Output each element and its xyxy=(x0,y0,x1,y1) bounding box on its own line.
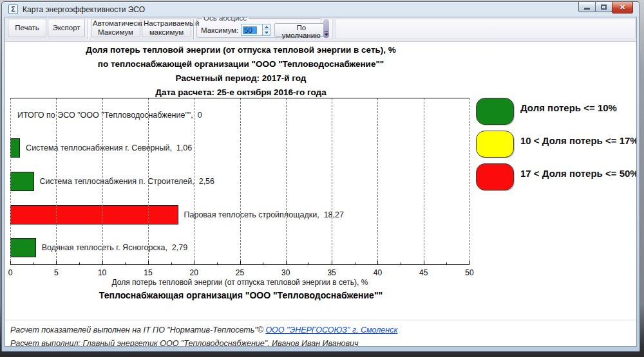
legend-label: 17 < Доля потерь <= 50% xyxy=(520,168,637,179)
footer-company-link[interactable]: ООО "ЭНЕРГОСОЮЗ" г. Смоленск xyxy=(265,325,397,334)
bar-label: Система теплоснабжения г. Северный, 1,06 xyxy=(26,143,192,152)
title-bar[interactable]: Σ Карта энергоэффективности ЭСО xyxy=(5,2,637,17)
tick-label: 15 xyxy=(144,268,152,277)
gridline xyxy=(424,98,424,264)
toolbar: Печать Экспорт АвтоматическийМаксимум На… xyxy=(5,17,636,42)
legend-item: 17 < Доля потерь <= 50% xyxy=(476,163,637,190)
tick-label: 10 xyxy=(98,268,106,277)
toolbar-overflow-button[interactable] xyxy=(323,19,329,38)
default-button[interactable]: По умолчанию xyxy=(274,23,328,37)
tick-mark xyxy=(102,261,103,264)
tick-mark xyxy=(469,261,470,264)
auto-maximum-label-line1: Автоматический xyxy=(93,19,149,27)
tick-label: 5 xyxy=(54,268,59,277)
gridline xyxy=(332,98,332,264)
gridline xyxy=(102,98,103,264)
auto-maximum-label-line2: Максимум xyxy=(98,28,133,36)
minor-tick-mark xyxy=(401,262,401,264)
abscissa-axis-group: Ось абсцисс Максимум: 50 По умолчанию xyxy=(196,18,321,38)
plot-area: ИТОГО по ЭСО "ООО "Тепловодоснабжение"",… xyxy=(10,98,469,265)
minor-tick-mark xyxy=(125,262,126,264)
gridline xyxy=(148,98,149,264)
custom-maximum-label-line1: Настраиваемый xyxy=(144,19,199,27)
tick-label: 20 xyxy=(190,268,198,277)
abscissa-axis-group-title: Ось абсцисс xyxy=(202,17,249,22)
tick-mark xyxy=(377,261,378,264)
bar xyxy=(10,172,34,191)
window-title: Карта энергоэффективности ЭСО xyxy=(23,5,145,14)
gridline xyxy=(194,98,194,264)
close-icon: ✕ xyxy=(620,3,625,12)
legend-label: Доля потерь <= 10% xyxy=(520,102,617,113)
app-window: Σ Карта энергоэффективности ЭСО ✕ Печать… xyxy=(1,1,640,352)
toolbar-separator xyxy=(193,19,194,39)
client-area: Печать Экспорт АвтоматическийМаксимум На… xyxy=(5,17,637,347)
tick-mark xyxy=(424,261,424,264)
chart-title-block: Доля потерь тепловой энергии (от отпуска… xyxy=(5,43,477,100)
spinner-down-button[interactable] xyxy=(263,30,270,35)
maximum-label: Максимум: xyxy=(201,26,238,34)
tick-mark xyxy=(10,261,11,264)
gridline xyxy=(286,98,287,264)
footer-line1: Расчет показателей выполнен на IT ПО "Но… xyxy=(10,324,631,337)
legend-label: 10 < Доля потерь <= 17% xyxy=(520,135,637,146)
footer-line1-text: Расчет показателей выполнен на IT ПО "Но… xyxy=(10,325,265,334)
tick-label: 45 xyxy=(419,268,428,277)
minor-tick-mark xyxy=(308,262,309,264)
x-axis-label: Доля потерь тепловой энергии (от отпуска… xyxy=(10,278,469,287)
legend-item: 10 < Доля потерь <= 17% xyxy=(476,131,637,158)
minor-tick-mark xyxy=(217,262,218,264)
maximum-spinner xyxy=(262,24,270,36)
minor-tick-mark xyxy=(263,262,263,264)
tick-label: 35 xyxy=(327,268,336,277)
bar xyxy=(10,138,20,158)
chart-title-line3: Расчетный период: 2017-й год xyxy=(5,71,477,86)
bar xyxy=(10,238,36,257)
close-button[interactable]: ✕ xyxy=(612,2,633,14)
export-button[interactable]: Экспорт xyxy=(48,19,85,37)
tick-label: 50 xyxy=(465,268,473,277)
auto-maximum-button[interactable]: АвтоматическийМаксимум xyxy=(91,19,140,37)
maximize-button[interactable] xyxy=(595,2,612,12)
footer: Расчет показателей выполнен на IT ПО "Но… xyxy=(5,320,636,347)
toolbar-spacer-panel xyxy=(335,19,636,39)
window-controls: ✕ xyxy=(579,2,633,14)
maximum-input[interactable]: 50 xyxy=(241,24,262,36)
maximum-value: 50 xyxy=(243,26,257,34)
tick-mark xyxy=(194,261,194,264)
legend: Доля потерь <= 10%10 < Доля потерь <= 17… xyxy=(476,98,637,190)
bar xyxy=(10,205,178,224)
gridline xyxy=(469,98,470,264)
legend-color-swatch xyxy=(476,131,514,158)
gridline xyxy=(10,98,11,264)
tick-label: 40 xyxy=(374,268,382,277)
minimize-button[interactable] xyxy=(578,2,596,12)
tick-mark xyxy=(240,261,241,264)
legend-item: Доля потерь <= 10% xyxy=(476,98,637,125)
bar-label: ИТОГО по ЭСО "ООО "Тепловодоснабжение"",… xyxy=(17,111,202,120)
chart-title-line1: Доля потерь тепловой энергии (от отпуска… xyxy=(5,43,477,57)
gridline xyxy=(240,98,241,264)
print-button[interactable]: Печать xyxy=(8,19,46,37)
tick-label: 30 xyxy=(281,268,290,277)
footer-line2: Расчет выполнил: Главный энергетик ООО "… xyxy=(10,337,631,347)
x-axis-ticks: 05101520253035404550 xyxy=(10,268,469,278)
minor-tick-mark xyxy=(446,262,447,264)
custom-maximum-label-line2: максимум xyxy=(149,28,184,36)
spinner-down-icon xyxy=(265,32,269,34)
tick-mark xyxy=(332,261,332,264)
bar-label: Система теплоснабжения п. Строителей, 2,… xyxy=(40,177,215,186)
tick-mark xyxy=(56,261,57,264)
spinner-up-button[interactable] xyxy=(263,24,270,30)
custom-maximum-button[interactable]: Настраиваемыймаксимум xyxy=(142,19,191,37)
minor-tick-mark xyxy=(171,262,172,264)
tick-label: 25 xyxy=(236,268,244,277)
toolbar-separator xyxy=(88,19,89,39)
minor-tick-mark xyxy=(79,262,80,264)
maximize-icon xyxy=(601,5,607,10)
minor-tick-mark xyxy=(33,262,34,264)
minimize-icon xyxy=(584,8,590,10)
minor-tick-mark xyxy=(355,262,355,264)
chart-title-line2: по теплоснабжающей организации "ООО "Теп… xyxy=(5,57,477,71)
tick-mark xyxy=(286,261,287,264)
